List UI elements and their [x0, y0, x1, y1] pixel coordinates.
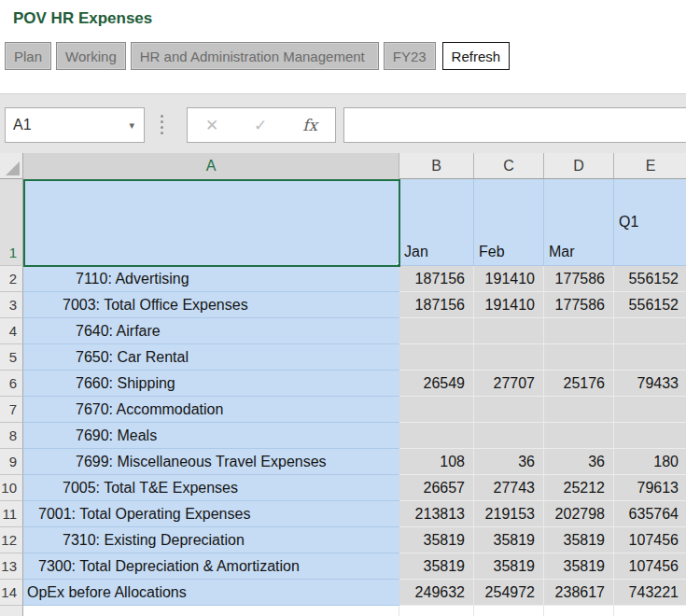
cell-A11[interactable]: 7001: Total Operating Expenses	[23, 501, 399, 527]
select-all-corner[interactable]	[0, 153, 23, 179]
cell-E9[interactable]: 180	[614, 449, 686, 475]
cell-C5[interactable]	[474, 344, 544, 371]
cell-E11[interactable]: 635764	[614, 501, 686, 527]
cell-B10[interactable]: 26657	[399, 475, 474, 501]
cell-D12[interactable]: 35819	[544, 527, 614, 553]
cell-D9[interactable]: 36	[544, 449, 614, 475]
row-header-5[interactable]: 5	[0, 344, 23, 371]
row-header-4[interactable]: 4	[0, 318, 23, 344]
cell-D5[interactable]	[544, 344, 614, 371]
cell-C15[interactable]	[474, 606, 544, 616]
cell-A4[interactable]: 7640: Airfare	[23, 318, 399, 344]
cell-A13[interactable]: 7300: Total Depreciation & Amortization	[23, 553, 399, 580]
cell-C6[interactable]: 27707	[474, 371, 544, 397]
cell-B8[interactable]	[399, 423, 474, 449]
cell-A14[interactable]: OpEx before Allocations	[23, 580, 399, 606]
cell-D7[interactable]	[544, 397, 614, 423]
pov-button-year[interactable]: FY23	[384, 42, 436, 70]
cell-C11[interactable]: 219153	[474, 501, 544, 527]
cell-B13[interactable]: 35819	[399, 553, 474, 580]
cell-A8[interactable]: 7690: Meals	[23, 423, 399, 449]
pov-button-working[interactable]: Working	[56, 42, 126, 70]
cell-A12[interactable]: 7310: Existing Depreciation	[23, 527, 399, 553]
cell-E12[interactable]: 107456	[614, 527, 686, 553]
insert-function-icon[interactable]: fx	[302, 116, 317, 134]
row-header-11[interactable]: 11	[0, 501, 23, 527]
formula-input[interactable]	[343, 107, 686, 143]
cell-E4[interactable]	[614, 318, 686, 344]
cell-B1[interactable]: Jan	[399, 179, 474, 266]
refresh-button[interactable]: Refresh	[442, 42, 511, 70]
row-header-12[interactable]: 12	[0, 527, 23, 553]
cell-D2[interactable]: 177586	[544, 266, 614, 292]
cell-D6[interactable]: 25176	[544, 371, 614, 397]
cell-A7[interactable]: 7670: Accommodation	[23, 397, 399, 423]
cell-D10[interactable]: 25212	[544, 475, 614, 501]
cell-E2[interactable]: 556152	[614, 266, 686, 292]
row-header-14[interactable]: 14	[0, 580, 23, 606]
cell-A15[interactable]	[23, 606, 399, 616]
col-header-D[interactable]: D	[544, 153, 614, 179]
cell-E1[interactable]: Q1	[614, 179, 686, 266]
name-box-dropdown-icon[interactable]: ▾	[129, 119, 136, 132]
row-header-10[interactable]: 10	[0, 475, 23, 501]
row-header-1[interactable]: 1	[0, 179, 23, 266]
cell-C13[interactable]: 35819	[474, 553, 544, 580]
cell-D14[interactable]: 238617	[544, 580, 614, 606]
cell-B5[interactable]	[399, 344, 474, 371]
row-header-13[interactable]: 13	[0, 553, 23, 580]
cell-A6[interactable]: 7660: Shipping	[23, 371, 399, 397]
cell-E14[interactable]: 743221	[614, 580, 686, 606]
cell-C3[interactable]: 191410	[474, 292, 544, 318]
cell-D8[interactable]	[544, 423, 614, 449]
cell-E3[interactable]: 556152	[614, 292, 686, 318]
cell-D3[interactable]: 177586	[544, 292, 614, 318]
row-header-15[interactable]	[0, 606, 23, 616]
pov-button-plan[interactable]: Plan	[5, 42, 51, 70]
cell-D4[interactable]	[544, 318, 614, 344]
cell-B4[interactable]	[399, 318, 474, 344]
cell-B11[interactable]: 213813	[399, 501, 474, 527]
cell-C2[interactable]: 191410	[474, 266, 544, 292]
cell-D11[interactable]: 202798	[544, 501, 614, 527]
cell-D13[interactable]: 35819	[544, 553, 614, 580]
cell-B12[interactable]: 35819	[399, 527, 474, 553]
cell-B2[interactable]: 187156	[399, 266, 474, 292]
col-header-B[interactable]: B	[399, 153, 474, 179]
cell-E15[interactable]	[614, 606, 686, 616]
cell-A10[interactable]: 7005: Total T&E Expenses	[23, 475, 399, 501]
row-header-3[interactable]: 3	[0, 292, 23, 318]
row-header-2[interactable]: 2	[0, 266, 23, 292]
cell-C9[interactable]: 36	[474, 449, 544, 475]
cell-C1[interactable]: Feb	[474, 179, 544, 266]
cell-B9[interactable]: 108	[399, 449, 474, 475]
cell-C12[interactable]: 35819	[474, 527, 544, 553]
cell-E13[interactable]: 107456	[614, 553, 686, 580]
cell-B15[interactable]	[399, 606, 474, 616]
cell-D1[interactable]: Mar	[544, 179, 614, 266]
cell-A9[interactable]: 7699: Miscellaneous Travel Expenses	[23, 449, 399, 475]
cell-E8[interactable]	[614, 423, 686, 449]
enter-icon[interactable]: ✓	[254, 116, 267, 135]
cell-C14[interactable]: 254972	[474, 580, 544, 606]
cell-E5[interactable]	[614, 344, 686, 371]
cell-B14[interactable]: 249632	[399, 580, 474, 606]
cell-A3[interactable]: 7003: Total Office Expenses	[23, 292, 399, 318]
cell-C8[interactable]	[474, 423, 544, 449]
col-header-C[interactable]: C	[474, 153, 544, 179]
cell-A1[interactable]	[23, 179, 399, 266]
cancel-icon[interactable]: ✕	[205, 116, 218, 135]
cell-C10[interactable]: 27743	[474, 475, 544, 501]
cell-C4[interactable]	[474, 318, 544, 344]
row-header-6[interactable]: 6	[0, 371, 23, 397]
cell-A2[interactable]: 7110: Advertising	[23, 266, 399, 292]
cell-D15[interactable]	[544, 606, 614, 616]
row-header-7[interactable]: 7	[0, 397, 23, 423]
cell-E10[interactable]: 79613	[614, 475, 686, 501]
cell-C7[interactable]	[474, 397, 544, 423]
col-header-E[interactable]: E	[614, 153, 686, 179]
cell-A5[interactable]: 7650: Car Rental	[23, 344, 399, 371]
row-header-8[interactable]: 8	[0, 423, 23, 449]
cell-E7[interactable]	[614, 397, 686, 423]
cell-E6[interactable]: 79433	[614, 371, 686, 397]
